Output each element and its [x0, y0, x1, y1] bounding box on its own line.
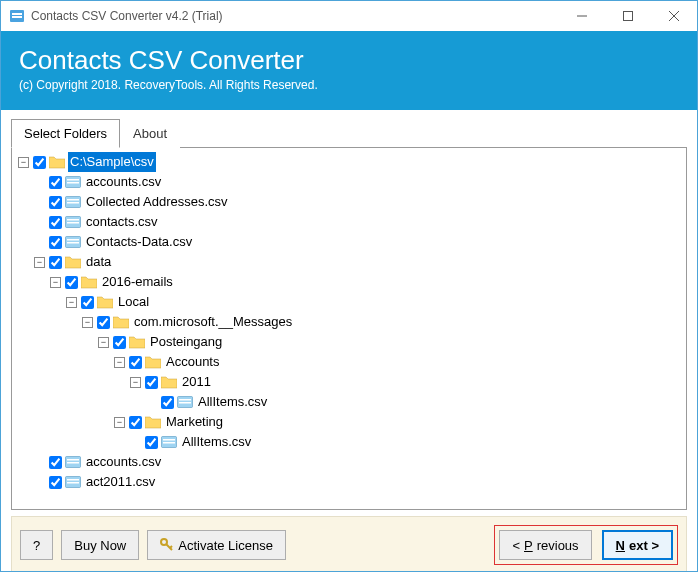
svg-rect-27: [67, 462, 79, 464]
maximize-button[interactable]: [605, 1, 651, 31]
svg-rect-17: [67, 239, 79, 241]
svg-rect-20: [179, 399, 191, 401]
tab-select-folders[interactable]: Select Folders: [11, 119, 120, 148]
tree-node[interactable]: Collected Addresses.csv: [14, 192, 684, 212]
svg-rect-18: [67, 242, 79, 244]
close-button[interactable]: [651, 1, 697, 31]
node-label: AllItems.csv: [180, 432, 253, 452]
svg-rect-29: [67, 479, 79, 481]
footer: ? Buy Now Activate License < Previous Ne…: [11, 516, 687, 572]
svg-rect-21: [179, 402, 191, 404]
node-checkbox[interactable]: [49, 216, 62, 229]
previous-button[interactable]: < Previous: [499, 530, 591, 560]
tree-node[interactable]: AllItems.csv: [14, 392, 684, 412]
tree-node[interactable]: −Posteingang: [14, 332, 684, 352]
node-checkbox[interactable]: [97, 316, 110, 329]
node-checkbox[interactable]: [129, 416, 142, 429]
svg-rect-8: [67, 179, 79, 181]
key-icon: [160, 538, 174, 552]
node-checkbox[interactable]: [113, 336, 126, 349]
node-label: Posteingang: [148, 332, 224, 352]
node-label: 2011: [180, 372, 213, 392]
node-label: Collected Addresses.csv: [84, 192, 230, 212]
tree-node[interactable]: −2016-emails: [14, 272, 684, 292]
activate-license-button[interactable]: Activate License: [147, 530, 286, 560]
svg-line-33: [170, 546, 172, 548]
minimize-button[interactable]: [559, 1, 605, 31]
node-checkbox[interactable]: [145, 436, 158, 449]
node-label: C:\Sample\csv: [68, 152, 156, 172]
expand-toggle[interactable]: −: [114, 417, 125, 428]
tree-node[interactable]: −Local: [14, 292, 684, 312]
expand-toggle[interactable]: −: [66, 297, 77, 308]
tab-bar: Select Folders About: [11, 118, 687, 148]
tree-node[interactable]: −Accounts: [14, 352, 684, 372]
folder-tree[interactable]: −C:\Sample\csvaccounts.csvCollected Addr…: [12, 148, 686, 509]
tree-node[interactable]: act2011.csv: [14, 472, 684, 492]
tree-node[interactable]: −C:\Sample\csv: [14, 152, 684, 172]
node-checkbox[interactable]: [49, 256, 62, 269]
node-label: com.microsoft.__Messages: [132, 312, 294, 332]
node-checkbox[interactable]: [81, 296, 94, 309]
app-title: Contacts CSV Converter: [19, 45, 679, 76]
tree-panel: −C:\Sample\csvaccounts.csvCollected Addr…: [11, 148, 687, 510]
tree-node[interactable]: −Marketing: [14, 412, 684, 432]
node-label: accounts.csv: [84, 452, 163, 472]
node-checkbox[interactable]: [49, 176, 62, 189]
node-label: Contacts-Data.csv: [84, 232, 194, 252]
tree-node[interactable]: AllItems.csv: [14, 432, 684, 452]
expand-toggle[interactable]: −: [18, 157, 29, 168]
svg-rect-12: [67, 202, 79, 204]
svg-rect-1: [12, 13, 22, 15]
header: Contacts CSV Converter (c) Copyright 201…: [1, 31, 697, 110]
node-label: Marketing: [164, 412, 225, 432]
node-checkbox[interactable]: [161, 396, 174, 409]
expand-toggle[interactable]: −: [114, 357, 125, 368]
buy-now-button[interactable]: Buy Now: [61, 530, 139, 560]
tree-node[interactable]: accounts.csv: [14, 452, 684, 472]
tree-node[interactable]: Contacts-Data.csv: [14, 232, 684, 252]
node-label: Accounts: [164, 352, 221, 372]
node-checkbox[interactable]: [129, 356, 142, 369]
tree-node[interactable]: −data: [14, 252, 684, 272]
activate-label: Activate License: [178, 538, 273, 553]
node-label: accounts.csv: [84, 172, 163, 192]
expand-toggle[interactable]: −: [98, 337, 109, 348]
svg-rect-9: [67, 182, 79, 184]
svg-rect-11: [67, 199, 79, 201]
svg-rect-26: [67, 459, 79, 461]
tree-node[interactable]: accounts.csv: [14, 172, 684, 192]
expand-toggle[interactable]: −: [50, 277, 61, 288]
tab-about[interactable]: About: [120, 119, 180, 148]
tree-node[interactable]: −com.microsoft.__Messages: [14, 312, 684, 332]
help-button[interactable]: ?: [20, 530, 53, 560]
svg-rect-23: [163, 439, 175, 441]
expand-toggle[interactable]: −: [130, 377, 141, 388]
node-label: contacts.csv: [84, 212, 160, 232]
node-checkbox[interactable]: [145, 376, 158, 389]
node-checkbox[interactable]: [65, 276, 78, 289]
window-title: Contacts CSV Converter v4.2 (Trial): [31, 9, 559, 23]
tree-node[interactable]: −2011: [14, 372, 684, 392]
node-label: data: [84, 252, 113, 272]
expand-toggle[interactable]: −: [34, 257, 45, 268]
svg-rect-14: [67, 219, 79, 221]
app-icon: [9, 8, 25, 24]
copyright: (c) Copyright 2018. RecoveryTools. All R…: [19, 78, 679, 92]
svg-rect-24: [163, 442, 175, 444]
node-checkbox[interactable]: [49, 236, 62, 249]
node-checkbox[interactable]: [49, 196, 62, 209]
node-checkbox[interactable]: [49, 456, 62, 469]
svg-rect-2: [12, 16, 22, 18]
node-label: AllItems.csv: [196, 392, 269, 412]
node-checkbox[interactable]: [49, 476, 62, 489]
node-label: Local: [116, 292, 151, 312]
node-label: act2011.csv: [84, 472, 157, 492]
titlebar: Contacts CSV Converter v4.2 (Trial): [1, 1, 697, 31]
next-button[interactable]: Next >: [602, 530, 673, 560]
tree-node[interactable]: contacts.csv: [14, 212, 684, 232]
svg-rect-4: [624, 12, 633, 21]
node-checkbox[interactable]: [33, 156, 46, 169]
expand-toggle[interactable]: −: [82, 317, 93, 328]
nav-button-group: < Previous Next >: [494, 525, 678, 565]
